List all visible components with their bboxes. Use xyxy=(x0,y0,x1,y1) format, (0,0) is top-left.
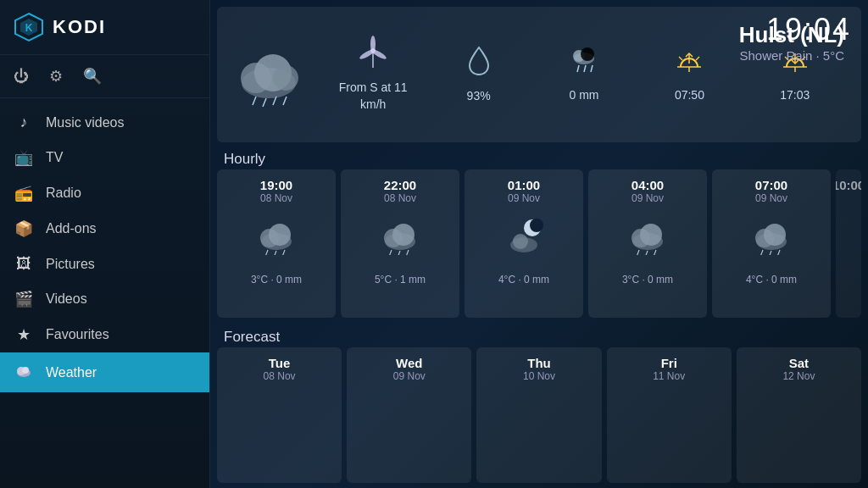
tv-icon: 📺 xyxy=(14,148,34,167)
hourly-card-2: 01:00 09 Nov 4°C · 0 mm xyxy=(465,169,583,318)
hourly-temp-2: 4°C · 0 mm xyxy=(498,274,549,286)
svg-line-62 xyxy=(777,250,780,255)
svg-point-9 xyxy=(273,65,298,91)
svg-line-56 xyxy=(654,250,656,255)
svg-line-29 xyxy=(696,57,699,60)
hourly-icon-0 xyxy=(254,216,298,263)
svg-line-28 xyxy=(679,57,682,60)
sidebar-action-icons: ⏻ ⚙ 🔍 xyxy=(0,55,209,98)
current-weather-icon xyxy=(231,39,307,110)
svg-line-24 xyxy=(591,65,593,72)
forecast-day-0: Tue xyxy=(269,356,291,370)
hourly-time-0: 19:00 xyxy=(260,178,292,192)
hourly-temp-1: 5°C · 1 mm xyxy=(375,274,426,286)
svg-line-39 xyxy=(274,251,276,255)
svg-point-50 xyxy=(530,219,543,232)
forecast-date-2: 10 Nov xyxy=(523,370,555,382)
hourly-temp-0: 3°C · 0 mm xyxy=(251,274,302,286)
sidebar-item-add-ons[interactable]: 📦 Add-ons xyxy=(0,211,209,247)
videos-icon: 🎬 xyxy=(14,290,34,308)
hourly-icon-2 xyxy=(502,216,546,263)
favourites-label: Favourites xyxy=(46,327,109,342)
svg-point-37 xyxy=(269,224,291,246)
settings-button[interactable]: ⚙ xyxy=(49,67,63,86)
humidity-value: 93% xyxy=(467,88,491,105)
wind-turbine-icon xyxy=(359,36,387,75)
main-content: 19:04 xyxy=(210,0,868,488)
weather-icon xyxy=(14,361,34,384)
hourly-card-5: 10:00 xyxy=(836,169,861,318)
wind-value: From S at 11km/h xyxy=(339,80,408,113)
forecast-card-2: Thu 10 Nov xyxy=(476,347,601,483)
forecast-day-3: Fri xyxy=(661,356,677,370)
svg-point-59 xyxy=(764,224,786,246)
svg-point-5 xyxy=(22,367,29,374)
precipitation-stat: 0 mm xyxy=(531,45,637,104)
hourly-time-3: 04:00 xyxy=(632,178,664,192)
sidebar-item-music-videos[interactable]: ♪ Music videos xyxy=(0,105,209,140)
forecast-section-label: Forecast xyxy=(224,329,280,346)
forecast-card-4: Sat 12 Nov xyxy=(737,347,861,483)
forecast-date-3: 11 Nov xyxy=(653,370,685,382)
app-name: KODI xyxy=(53,16,106,38)
forecast-date-1: 09 Nov xyxy=(393,370,426,382)
hourly-temp-4: 4°C · 0 mm xyxy=(746,274,797,286)
radio-label: Radio xyxy=(46,186,81,201)
forecast-list: Tue 08 Nov Wed 09 Nov Thu 10 Nov Fri 11 … xyxy=(217,347,861,483)
hourly-card-3: 04:00 09 Nov 3°C · 0 mm xyxy=(588,169,707,318)
svg-line-22 xyxy=(577,65,579,72)
forecast-day-4: Sat xyxy=(789,356,809,370)
humidity-stat: 93% xyxy=(426,44,531,105)
sunrise-value: 07:50 xyxy=(675,87,704,104)
sunrise-icon xyxy=(674,45,704,82)
hourly-card-4: 07:00 09 Nov 4°C · 0 mm xyxy=(712,169,831,318)
svg-line-38 xyxy=(265,250,268,255)
svg-line-10 xyxy=(253,97,256,105)
pictures-label: Pictures xyxy=(46,257,95,272)
svg-line-40 xyxy=(282,250,285,255)
sidebar-item-radio[interactable]: 📻 Radio xyxy=(0,175,209,211)
hourly-forecast-list: 19:00 08 Nov 3°C · 0 mm 22:00 08 Nov xyxy=(217,169,861,318)
hourly-time-5: 10:00 xyxy=(836,178,861,192)
hourly-icon-3 xyxy=(626,216,670,263)
svg-text:K: K xyxy=(25,22,33,34)
weather-location: Hulst (NL) Shower Rain · 5°C xyxy=(739,22,844,63)
hourly-time-4: 07:00 xyxy=(755,178,787,192)
svg-point-48 xyxy=(513,234,528,249)
svg-line-61 xyxy=(769,251,771,255)
sunset-value: 17:03 xyxy=(780,87,810,104)
favourites-icon: ★ xyxy=(14,325,34,344)
sidebar-item-videos[interactable]: 🎬 Videos xyxy=(0,281,209,317)
forecast-date-0: 08 Nov xyxy=(264,370,296,382)
svg-line-54 xyxy=(637,250,639,255)
hourly-icon-1 xyxy=(378,216,422,263)
videos-label: Videos xyxy=(46,291,87,307)
svg-line-46 xyxy=(406,250,409,255)
search-button[interactable]: 🔍 xyxy=(83,67,102,86)
sunrise-stat: 07:50 xyxy=(637,45,742,104)
current-weather-panel: From S at 11km/h 93% xyxy=(217,7,861,142)
sidebar-item-favourites[interactable]: ★ Favourites xyxy=(0,317,209,352)
location-name: Hulst (NL) xyxy=(739,22,844,48)
precipitation-icon xyxy=(569,45,599,82)
sidebar-item-tv[interactable]: 📺 TV xyxy=(0,140,209,175)
humidity-icon xyxy=(466,44,492,83)
svg-point-43 xyxy=(392,224,415,246)
hourly-time-1: 22:00 xyxy=(384,178,416,192)
svg-line-44 xyxy=(389,250,392,255)
sidebar-item-weather[interactable]: Weather xyxy=(0,352,209,392)
forecast-card-1: Wed 09 Nov xyxy=(347,347,471,483)
hourly-icon-4 xyxy=(749,216,793,263)
pictures-icon: 🖼 xyxy=(14,255,34,273)
hourly-date-2: 09 Nov xyxy=(508,192,540,204)
forecast-day-1: Wed xyxy=(396,356,422,370)
sidebar: K KODI ⏻ ⚙ 🔍 ♪ Music videos 📺 TV 📻 Radio… xyxy=(0,0,210,488)
svg-point-53 xyxy=(640,224,662,246)
hourly-temp-3: 3°C · 0 mm xyxy=(622,274,673,286)
power-button[interactable]: ⏻ xyxy=(14,68,29,86)
hourly-card-1: 22:00 08 Nov 5°C · 1 mm xyxy=(341,169,459,318)
svg-line-11 xyxy=(263,98,266,107)
forecast-day-2: Thu xyxy=(527,356,551,370)
sidebar-item-pictures[interactable]: 🖼 Pictures xyxy=(0,247,209,281)
svg-point-18 xyxy=(370,48,376,53)
